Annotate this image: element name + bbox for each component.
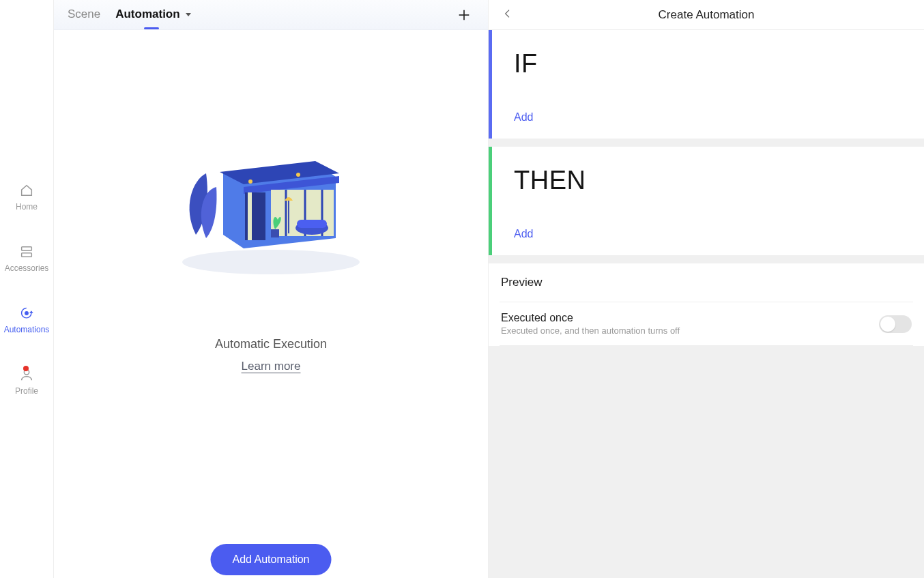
automation-settings: Preview Executed once Executed once, and… [489,263,924,346]
home-icon [19,183,34,198]
chevron-left-icon [502,8,513,19]
learn-more-link[interactable]: Learn more [242,360,301,373]
plus-icon [457,8,472,23]
then-heading: THEN [514,166,902,195]
sidebar-item-automations[interactable]: Automations [4,306,50,334]
svg-point-2 [25,311,29,315]
then-add-button[interactable]: Add [514,228,533,240]
sidebar-item-label: Accessories [5,263,49,273]
if-add-button[interactable]: Add [514,111,533,123]
then-section: THEN Add [489,147,924,255]
main-panel: Scene Automation [53,0,489,578]
executed-once-row: Executed once Executed once, and then au… [500,302,913,346]
notification-badge-icon [23,366,29,371]
add-automation-button[interactable]: Add Automation [211,544,332,575]
sidebar-item-home[interactable]: Home [16,183,38,212]
svg-point-20 [248,179,252,184]
automations-icon [19,306,34,321]
panel-title: Create Automation [489,8,924,22]
create-automation-panel: Create Automation IF Add THEN Add Previe… [489,0,924,578]
svg-rect-0 [22,246,32,250]
svg-rect-19 [271,229,279,237]
executed-once-toggle[interactable] [879,315,912,333]
empty-title: Automatic Execution [215,337,327,351]
svg-point-21 [296,173,300,177]
tab-automation-label: Automation [115,8,179,20]
sidebar: Home Accessories Automations Profile [0,0,53,578]
tab-scene[interactable]: Scene [68,8,100,23]
sidebar-item-profile[interactable]: Profile [15,367,38,396]
empty-state: Automatic Execution Learn more Add Autom… [54,30,488,578]
if-heading: IF [514,49,902,78]
right-header: Create Automation [489,0,924,30]
preview-row[interactable]: Preview [500,263,913,302]
tab-automation[interactable]: Automation [115,8,191,23]
svg-rect-15 [248,192,252,240]
sidebar-item-label: Profile [15,386,38,396]
back-button[interactable] [500,5,516,25]
sidebar-item-label: Home [16,202,38,212]
toggle-knob-icon [880,317,895,332]
executed-once-title: Executed once [501,312,879,324]
tab-bar: Scene Automation [54,0,488,30]
sidebar-item-label: Automations [4,325,50,334]
house-illustration-icon [169,132,373,276]
executed-once-subtitle: Executed once, and then automation turns… [501,326,879,336]
add-button[interactable] [454,5,474,25]
sidebar-item-accessories[interactable]: Accessories [5,244,49,273]
svg-point-6 [182,250,360,274]
svg-rect-1 [22,252,32,257]
chevron-down-icon [186,13,191,16]
svg-rect-17 [297,220,327,228]
accessories-icon [19,244,34,259]
if-section: IF Add [489,30,924,139]
